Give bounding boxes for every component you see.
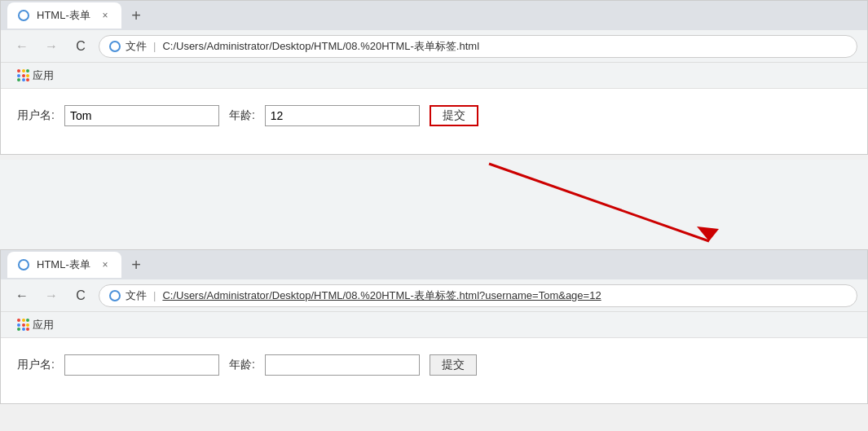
age-input-1[interactable] [265, 105, 420, 126]
new-tab-button-2[interactable]: + [125, 253, 148, 276]
nav-bar-2: ← → C 文件 | C:/Users/Administrator/Deskto… [1, 279, 867, 312]
tab-globe-icon [17, 9, 30, 22]
apps-label-1: 应用 [33, 68, 54, 83]
apps-grid-icon-1 [17, 69, 29, 81]
address-bar-1[interactable]: 文件 | C:/Users/Administrator/Desktop/HTML… [99, 35, 857, 58]
form-row-1: 用户名: 年龄: 提交 [17, 105, 851, 126]
username-label-1: 用户名: [17, 108, 55, 123]
tab-close-button-1[interactable]: × [99, 9, 112, 22]
annotation-area [0, 160, 868, 249]
username-label-2: 用户名: [17, 358, 55, 372]
tab-title-1: HTML-表单 [37, 8, 90, 23]
apps-button-2[interactable]: 应用 [11, 314, 60, 336]
back-button-2[interactable]: ← [11, 284, 33, 307]
age-input-2[interactable] [265, 354, 420, 376]
address-separator-1: | [153, 40, 156, 52]
browser-window-2: HTML-表单 × + ← → C 文件 | C:/Users/Administ… [0, 249, 868, 404]
address-url-2: C:/Users/Administrator/Desktop/HTML/08.%… [162, 288, 601, 303]
age-label-2: 年龄: [229, 358, 255, 372]
tab-close-button-2[interactable]: × [99, 258, 112, 271]
address-url-1: C:/Users/Administrator/Desktop/HTML/08.%… [162, 39, 479, 54]
address-globe-icon-1 [109, 41, 121, 52]
username-input-2[interactable] [64, 354, 219, 376]
submit-button-2[interactable]: 提交 [430, 354, 477, 376]
bookmarks-bar-1: 应用 [1, 63, 867, 89]
apps-grid-icon-2 [17, 319, 29, 331]
form-row-2: 用户名: 年龄: 提交 [17, 354, 851, 376]
nav-bar-1: ← → C 文件 | C:/Users/Administrator/Deskto… [1, 30, 867, 63]
submit-button-1[interactable]: 提交 [430, 105, 478, 126]
tab-title-2: HTML-表单 [37, 257, 90, 272]
back-button-1[interactable]: ← [11, 35, 33, 58]
address-bar-2[interactable]: 文件 | C:/Users/Administrator/Desktop/HTML… [99, 284, 857, 307]
svg-line-0 [489, 164, 709, 241]
address-prefix-2: 文件 [126, 288, 147, 303]
tab-bar-2: HTML-表单 × + [1, 250, 867, 279]
arrow-annotation [0, 160, 868, 249]
page-content-1: 用户名: 年龄: 提交 [1, 89, 867, 154]
address-separator-2: | [153, 289, 156, 301]
apps-button-1[interactable]: 应用 [11, 65, 60, 86]
page-content-2: 用户名: 年龄: 提交 [1, 338, 867, 403]
age-label-1: 年龄: [229, 108, 255, 123]
reload-button-1[interactable]: C [69, 35, 92, 58]
forward-button-1[interactable]: → [40, 35, 63, 58]
bookmarks-bar-2: 应用 [1, 312, 867, 338]
reload-button-2[interactable]: C [69, 284, 92, 307]
address-globe-icon-2 [109, 290, 121, 301]
tab-1[interactable]: HTML-表单 × [7, 2, 121, 29]
forward-button-2[interactable]: → [40, 284, 63, 307]
new-tab-button-1[interactable]: + [125, 4, 148, 27]
address-prefix-1: 文件 [126, 39, 147, 54]
tab-globe-icon-2 [17, 258, 30, 271]
tab-bar-1: HTML-表单 × + [1, 1, 867, 30]
browser-window-1: HTML-表单 × + ← → C 文件 | C:/Users/Administ… [0, 0, 868, 155]
username-input-1[interactable] [64, 105, 219, 126]
apps-label-2: 应用 [33, 318, 54, 332]
tab-2[interactable]: HTML-表单 × [7, 252, 121, 278]
svg-marker-1 [697, 226, 719, 241]
